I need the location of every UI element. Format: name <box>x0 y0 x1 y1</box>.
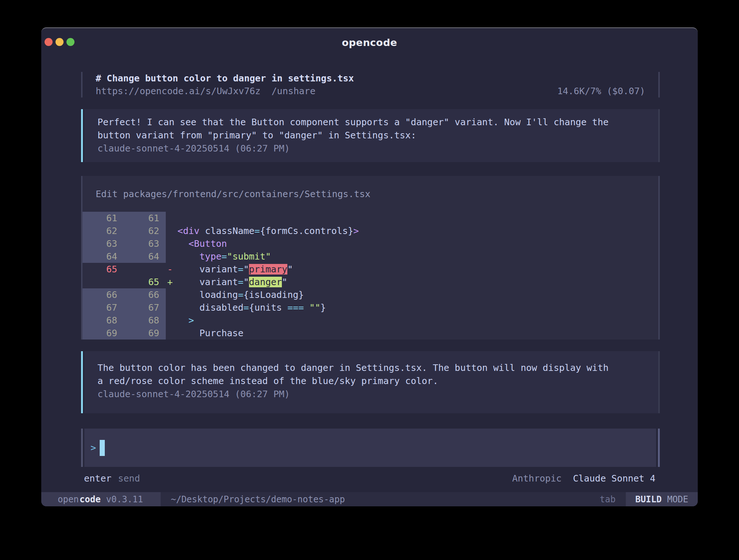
message-model-meta: claude-sonnet-4-20250514 (06:27 PM) <box>97 142 645 155</box>
line-number: 63 <box>83 237 117 250</box>
syntax-token: " <box>244 264 249 275</box>
enter-key-hint: enter <box>84 472 111 485</box>
syntax-token: <div <box>177 226 199 236</box>
diff-marker: - <box>167 263 173 276</box>
syntax-token: className <box>199 226 254 236</box>
code-cell: + variant="danger" <box>166 276 658 288</box>
diff-row: 65- variant="primary" <box>83 263 658 276</box>
line-number: 65 <box>83 263 117 276</box>
syntax-token: {formCs.controls} <box>260 226 353 236</box>
line-number <box>159 225 166 237</box>
message-accent-bar <box>81 351 83 413</box>
send-action-hint: send <box>118 472 140 485</box>
working-directory: ~/Desktop/Projects/demo-notes-app <box>171 494 345 505</box>
line-number: 68 <box>83 314 117 327</box>
line-number: 62 <box>117 225 159 237</box>
diff-row: 6262 <div className={formCs.controls}> <box>83 225 658 237</box>
terminal-content: # Change button color to danger in setti… <box>81 72 660 485</box>
input-accent-bar <box>81 429 83 467</box>
message-accent-bar <box>81 109 83 162</box>
line-number: 64 <box>117 250 159 263</box>
input-hint-row: enter send Anthropic Claude Sonnet 4 <box>81 472 660 485</box>
syntax-token: "submit" <box>227 251 271 262</box>
message-line: Perfect! I can see that the Button compo… <box>97 116 645 129</box>
syntax-token: loading <box>166 289 238 300</box>
line-number: 61 <box>117 212 159 225</box>
syntax-token: === <box>287 302 304 313</box>
session-title: # Change button color to danger in setti… <box>96 72 354 85</box>
syntax-token: > <box>188 315 194 326</box>
code-cell: - variant="primary" <box>166 263 658 276</box>
syntax-token <box>166 238 188 249</box>
code-cell: loading={isLoading} <box>166 288 658 301</box>
context-usage: 14.6K/7% ($0.07) <box>557 85 645 97</box>
line-number: 63 <box>117 237 159 250</box>
assistant-message: The button color has been changed to dan… <box>81 351 660 413</box>
status-bar: opencode v0.3.11 ~/Desktop/Projects/demo… <box>41 492 698 506</box>
line-number: 69 <box>117 327 159 340</box>
syntax-token: " <box>244 277 249 287</box>
syntax-token: disabled <box>166 302 244 313</box>
syntax-token: = <box>238 289 244 300</box>
line-number: 64 <box>83 250 117 263</box>
line-number <box>159 288 166 301</box>
line-number: 66 <box>83 288 117 301</box>
app-name-open: open <box>58 494 79 505</box>
diff-row: 6666 loading={isLoading} <box>83 288 658 301</box>
app-version-segment: opencode v0.3.11 <box>41 492 161 506</box>
line-number: 65 <box>117 276 159 288</box>
model-name: Claude Sonnet 4 <box>573 473 655 484</box>
syntax-token <box>304 302 309 313</box>
syntax-token: type <box>199 251 221 262</box>
code-cell <box>166 212 658 225</box>
app-version: v0.3.11 <box>106 494 143 505</box>
code-cell: Purchase <box>166 327 658 340</box>
diff-row: 6969 Purchase <box>83 327 658 340</box>
line-number: 61 <box>83 212 117 225</box>
syntax-token <box>166 251 199 262</box>
syntax-token <box>166 226 177 236</box>
diff-rows: 61616262 <div className={formCs.controls… <box>83 212 658 340</box>
unshare-command[interactable]: /unshare <box>272 85 315 97</box>
app-name-code: code <box>79 494 101 505</box>
edit-tool-block: Edit packages/frontend/src/containers/Se… <box>81 176 660 340</box>
line-number: 68 <box>117 314 159 327</box>
syntax-token: } <box>320 302 326 313</box>
opencode-window: opencode # Change button color to danger… <box>41 27 698 506</box>
share-url[interactable]: https://opencode.ai/s/UwJxv76z <box>96 85 261 97</box>
syntax-token: Purchase <box>166 328 244 338</box>
line-number <box>159 237 166 250</box>
message-line: a red/rose color scheme instead of the b… <box>97 375 645 388</box>
line-number <box>159 263 166 276</box>
message-line: The button color has been changed to dan… <box>97 361 645 375</box>
code-cell: <Button <box>166 237 658 250</box>
line-number: 62 <box>83 225 117 237</box>
message-model-meta: claude-sonnet-4-20250514 (06:27 PM) <box>97 388 645 401</box>
build-mode-toggle[interactable]: BUILD MODE <box>626 492 698 506</box>
syntax-token: = <box>238 264 244 275</box>
syntax-token <box>166 315 188 326</box>
session-header: # Change button color to danger in setti… <box>81 72 660 97</box>
line-number <box>159 314 166 327</box>
model-indicator[interactable]: Anthropic Claude Sonnet 4 <box>512 472 655 485</box>
prompt-chevron: > <box>91 442 96 453</box>
input-scrollbar[interactable] <box>658 429 660 467</box>
diff-row: 6464 type="submit" <box>83 250 658 263</box>
syntax-token: = <box>222 251 227 262</box>
prompt-input-block[interactable]: > <box>81 429 660 467</box>
prompt-input[interactable]: > <box>84 429 656 467</box>
message-line: button variant from "primary" to "danger… <box>97 129 645 142</box>
line-number <box>159 250 166 263</box>
syntax-token: primary <box>249 264 287 275</box>
line-number <box>159 327 166 340</box>
window-titlebar: opencode <box>41 28 698 49</box>
syntax-token: = <box>238 277 244 287</box>
syntax-token: " <box>287 264 293 275</box>
window-title: opencode <box>41 37 698 48</box>
diff-row: 6161 <box>83 212 658 225</box>
line-number <box>159 276 166 288</box>
syntax-token: {isLoading} <box>244 289 304 300</box>
syntax-token: {units <box>249 302 287 313</box>
tab-key-hint: tab <box>600 494 616 505</box>
syntax-token: > <box>353 226 359 236</box>
